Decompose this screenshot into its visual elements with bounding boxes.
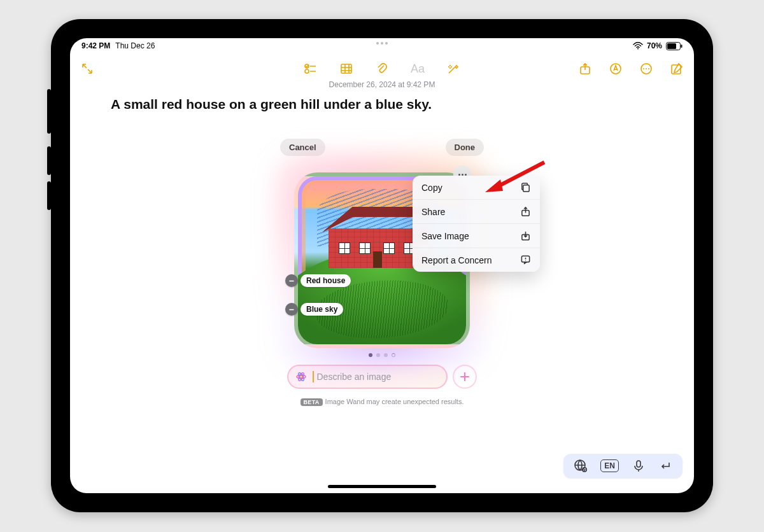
- checklist-icon[interactable]: [304, 62, 318, 76]
- emoji-globe-icon[interactable]: [574, 459, 588, 473]
- intelligence-icon: [295, 370, 308, 383]
- svg-point-16: [643, 68, 644, 69]
- battery-percent: 70%: [647, 41, 662, 50]
- multitask-dots[interactable]: [376, 42, 388, 45]
- menu-copy-label: Copy: [421, 183, 442, 193]
- svg-point-17: [646, 68, 647, 69]
- note-title[interactable]: A small red house on a green hill under …: [111, 97, 653, 112]
- svg-point-6: [305, 69, 309, 73]
- tag-red-house: – Red house: [285, 274, 351, 287]
- menu-report-label: Report a Concern: [421, 255, 492, 265]
- remove-tag-blue-sky[interactable]: –: [285, 303, 298, 316]
- return-key-icon[interactable]: [658, 459, 672, 473]
- describe-image-input[interactable]: Describe an image: [287, 365, 448, 389]
- menu-save-image-label: Save Image: [421, 231, 469, 241]
- remove-tag-red-house[interactable]: –: [285, 274, 298, 287]
- svg-rect-8: [341, 64, 351, 73]
- text-cursor: [313, 371, 314, 382]
- beta-badge: BETA: [301, 398, 323, 406]
- home-indicator[interactable]: [328, 485, 436, 488]
- markup-icon[interactable]: [609, 62, 623, 76]
- describe-placeholder: Describe an image: [317, 372, 392, 382]
- ipad-bezel: 9:42 PM Thu Dec 26 70%: [51, 19, 713, 512]
- notes-toolbar: Aa: [70, 56, 694, 81]
- report-icon: [520, 255, 531, 265]
- svg-rect-3: [681, 45, 683, 48]
- svg-point-26: [300, 375, 302, 378]
- svg-point-0: [637, 48, 639, 50]
- image-wand-icon[interactable]: [446, 62, 460, 76]
- annotation-arrow: [484, 159, 548, 194]
- note-date: December 26, 2024 at 9:42 PM: [70, 80, 694, 89]
- disclaimer-row: BETAImage Wand may create unexpected res…: [280, 398, 484, 406]
- status-date: Thu Dec 26: [115, 41, 155, 50]
- svg-point-25: [525, 260, 526, 261]
- share-icon[interactable]: [578, 62, 592, 76]
- save-image-icon: [520, 230, 531, 241]
- tag-red-house-label[interactable]: Red house: [301, 274, 351, 287]
- dictation-mic-icon[interactable]: [632, 459, 646, 473]
- menu-share[interactable]: Share: [413, 200, 540, 224]
- collapse-sidebar-icon[interactable]: [80, 62, 94, 76]
- keyboard-language[interactable]: EN: [600, 459, 619, 472]
- attachment-icon[interactable]: [375, 62, 389, 76]
- battery-icon: [666, 42, 683, 50]
- svg-rect-2: [667, 43, 676, 49]
- menu-share-label: Share: [421, 207, 445, 217]
- add-element-button[interactable]: [453, 365, 477, 389]
- svg-rect-34: [637, 461, 640, 467]
- wifi-icon: [633, 42, 643, 50]
- svg-line-35: [495, 162, 544, 188]
- tag-blue-sky: – Blue sky: [285, 303, 343, 316]
- text-format-button[interactable]: Aa: [411, 62, 425, 76]
- keyboard-accessory: EN: [563, 454, 683, 478]
- svg-marker-36: [485, 179, 503, 192]
- more-icon[interactable]: [639, 62, 653, 76]
- svg-point-18: [648, 68, 649, 69]
- menu-save-image[interactable]: Save Image: [413, 224, 540, 248]
- status-time: 9:42 PM: [81, 41, 110, 50]
- image-wand-panel: Cancel Done Copy Share Save Image: [280, 139, 484, 406]
- screen: 9:42 PM Thu Dec 26 70%: [70, 38, 694, 493]
- compose-icon[interactable]: [670, 62, 684, 76]
- tag-blue-sky-label[interactable]: Blue sky: [301, 303, 343, 316]
- status-bar: 9:42 PM Thu Dec 26 70%: [70, 38, 694, 53]
- menu-report-concern[interactable]: Report a Concern: [413, 248, 540, 272]
- disclaimer-text: Image Wand may create unexpected results…: [325, 398, 464, 405]
- share-out-icon: [520, 206, 531, 217]
- table-icon[interactable]: [339, 62, 353, 76]
